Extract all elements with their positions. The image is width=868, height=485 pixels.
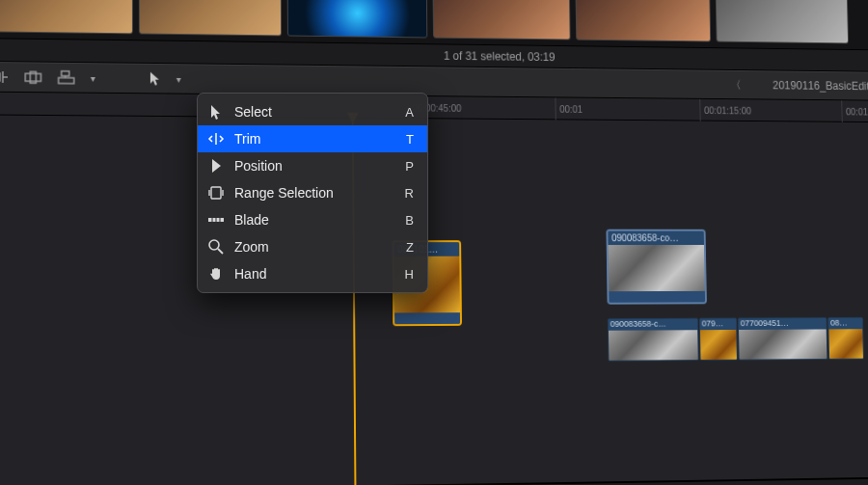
project-name[interactable]: 20190116_BasicEditingFCPX xyxy=(773,79,868,94)
menu-item-zoom[interactable]: ZoomZ xyxy=(198,233,427,260)
menu-item-label: Select xyxy=(234,104,395,120)
connect-icon[interactable] xyxy=(58,70,75,86)
chevron-down-icon[interactable]: ▾ xyxy=(91,73,95,84)
menu-item-label: Hand xyxy=(234,266,395,282)
menu-item-blade[interactable]: BladeB xyxy=(198,206,427,233)
browser-thumb[interactable] xyxy=(432,0,570,40)
ruler-tick: 00:01 xyxy=(555,97,583,120)
timeline-history-back-icon[interactable]: 〈 xyxy=(730,77,741,93)
trim-icon xyxy=(207,130,225,148)
menu-item-hand[interactable]: HandH xyxy=(198,260,427,287)
connected-clip-mini[interactable]: 079… xyxy=(699,318,738,361)
menu-item-label: Blade xyxy=(234,212,395,228)
menu-item-select[interactable]: SelectA xyxy=(198,98,427,125)
menu-item-shortcut: H xyxy=(405,267,414,282)
edit-mode-buttons: ▾ xyxy=(0,69,95,86)
clip-label: 090083658-co… xyxy=(608,231,704,245)
menu-item-label: Trim xyxy=(234,131,396,147)
browser-thumb[interactable] xyxy=(716,0,849,43)
svg-rect-10 xyxy=(59,78,74,84)
cursor-icon xyxy=(149,71,161,87)
append-icon[interactable] xyxy=(0,69,9,85)
svg-rect-14 xyxy=(211,187,221,199)
menu-item-label: Zoom xyxy=(234,239,396,255)
selection-status-text: 1 of 31 selected, 03:19 xyxy=(444,49,556,64)
position-icon xyxy=(207,157,225,175)
connected-clip-row: 090083658-c… 079… 077009451… 08… xyxy=(608,317,864,362)
zoom-icon xyxy=(207,238,225,256)
menu-item-shortcut: P xyxy=(405,159,414,174)
connected-clip-mini[interactable]: 090083658-c… xyxy=(608,318,699,362)
clip-audio-lane xyxy=(609,291,705,303)
menu-item-shortcut: R xyxy=(405,186,414,201)
menu-item-position[interactable]: PositionP xyxy=(198,152,427,179)
menu-item-shortcut: B xyxy=(405,213,414,228)
clip-audio-lane xyxy=(394,312,460,324)
menu-item-shortcut: T xyxy=(406,132,414,147)
connected-clip[interactable]: 090083658-co… xyxy=(606,229,707,305)
ruler-tick: 00:01:15:00 xyxy=(699,99,751,121)
browser-thumb[interactable] xyxy=(287,0,428,38)
chevron-down-icon[interactable]: ▾ xyxy=(176,74,181,85)
blade-icon xyxy=(207,211,225,229)
connected-clip-mini[interactable]: 08… xyxy=(827,317,864,360)
menu-item-label: Position xyxy=(234,158,395,174)
tool-selector-menu[interactable]: SelectATrimTPositionPRange SelectionRBla… xyxy=(197,93,428,293)
menu-item-range-selection[interactable]: Range SelectionR xyxy=(198,179,427,206)
range-selection-icon xyxy=(207,184,225,202)
connected-clip-mini[interactable]: 077009451… xyxy=(738,317,827,361)
overwrite-icon[interactable] xyxy=(24,69,41,85)
browser-thumb[interactable] xyxy=(0,0,133,34)
menu-item-shortcut: A xyxy=(405,105,414,120)
menu-item-trim[interactable]: TrimT xyxy=(198,125,427,152)
svg-point-21 xyxy=(209,240,219,250)
clip-thumbnail xyxy=(609,245,705,291)
menu-item-label: Range Selection xyxy=(234,185,395,201)
hand-icon xyxy=(207,265,225,283)
browser-thumb[interactable] xyxy=(575,0,711,41)
ruler-tick: 00:01:30:00 xyxy=(841,100,868,122)
svg-rect-8 xyxy=(25,73,41,81)
menu-item-shortcut: Z xyxy=(406,240,414,255)
svg-line-22 xyxy=(218,249,223,254)
editor-window: 1 of 31 selected, 03:19 ▾ ▾ 〈 20190116_B… xyxy=(0,0,868,485)
svg-rect-11 xyxy=(62,71,69,76)
select-icon xyxy=(207,103,225,121)
browser-thumb[interactable] xyxy=(139,0,282,36)
timeline-area[interactable]: 088101… 090083658-co… 090083658-c… 079… … xyxy=(0,115,868,485)
tool-selector[interactable]: ▾ xyxy=(149,71,181,87)
